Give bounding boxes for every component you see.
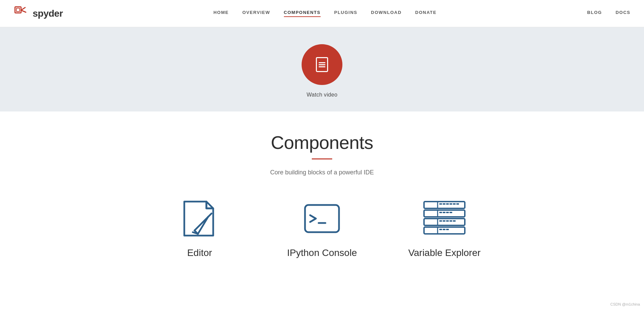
svg-rect-9: [305, 205, 339, 232]
nav-home[interactable]: HOME: [214, 10, 229, 17]
site-header: spyder HOME OVERVIEW COMPONENTS PLUGINS …: [0, 0, 644, 27]
component-ipython-console[interactable]: IPython Console: [274, 196, 370, 258]
svg-rect-31: [453, 220, 456, 222]
nav-overview[interactable]: OVERVIEW: [242, 10, 270, 17]
svg-rect-27: [439, 220, 442, 222]
video-icon: [316, 57, 328, 72]
svg-line-2: [21, 7, 25, 10]
nav-plugins[interactable]: PLUGINS: [334, 10, 357, 17]
title-underline: [312, 158, 332, 159]
spyder-logo-icon: [14, 5, 30, 22]
nav-donate[interactable]: DONATE: [415, 10, 437, 17]
svg-rect-25: [424, 219, 465, 225]
svg-rect-13: [439, 203, 442, 205]
video-icon-line-1: [319, 62, 325, 63]
svg-rect-15: [446, 203, 449, 205]
component-variable-explorer[interactable]: Variable Explorer: [397, 196, 492, 258]
section-subtitle: Core building blocks of a powerful IDE: [270, 169, 374, 176]
svg-rect-18: [456, 203, 459, 205]
watch-video-label: Watch video: [307, 92, 338, 98]
section-title: Components: [271, 132, 373, 153]
logo-text: spyder: [33, 8, 63, 19]
editor-name: Editor: [187, 247, 212, 258]
nav-download[interactable]: DOWNLOAD: [371, 10, 402, 17]
svg-rect-29: [446, 220, 449, 222]
svg-rect-11: [424, 202, 465, 208]
nav-docs[interactable]: DOCS: [615, 10, 630, 17]
svg-rect-30: [450, 220, 452, 222]
svg-rect-35: [443, 229, 445, 230]
svg-rect-21: [439, 212, 442, 213]
video-icon-line-3: [319, 66, 325, 67]
video-icon-line-2: [319, 64, 325, 65]
components-grid: Editor IPython Console: [118, 196, 526, 258]
svg-rect-14: [443, 203, 445, 205]
ipython-console-name: IPython Console: [287, 247, 357, 258]
variable-explorer-icon: [421, 196, 468, 241]
nav-components[interactable]: COMPONENTS: [284, 10, 321, 17]
svg-rect-0: [15, 7, 21, 13]
svg-rect-28: [443, 220, 445, 222]
component-editor[interactable]: Editor: [152, 196, 247, 258]
hero-banner: Watch video: [0, 27, 644, 111]
logo-area[interactable]: spyder: [14, 5, 63, 22]
svg-rect-24: [450, 212, 452, 213]
svg-rect-34: [439, 229, 442, 230]
svg-rect-1: [16, 8, 20, 12]
svg-rect-16: [450, 203, 452, 205]
main-content: Components Core building blocks of a pow…: [0, 111, 644, 279]
svg-line-6: [208, 213, 211, 217]
svg-line-3: [21, 10, 26, 12]
svg-rect-36: [446, 229, 449, 230]
nav-blog[interactable]: BLOG: [587, 10, 602, 17]
nav-right: BLOG DOCS: [587, 10, 630, 17]
editor-icon: [176, 196, 223, 241]
svg-rect-17: [453, 203, 456, 205]
variable-explorer-name: Variable Explorer: [408, 247, 481, 258]
svg-rect-22: [443, 212, 445, 213]
svg-rect-32: [424, 227, 465, 234]
svg-rect-23: [446, 212, 449, 213]
svg-rect-19: [424, 210, 465, 217]
watch-video-button[interactable]: [302, 44, 342, 85]
main-nav: HOME OVERVIEW COMPONENTS PLUGINS DOWNLOA…: [214, 10, 437, 17]
ipython-console-icon: [298, 196, 346, 241]
